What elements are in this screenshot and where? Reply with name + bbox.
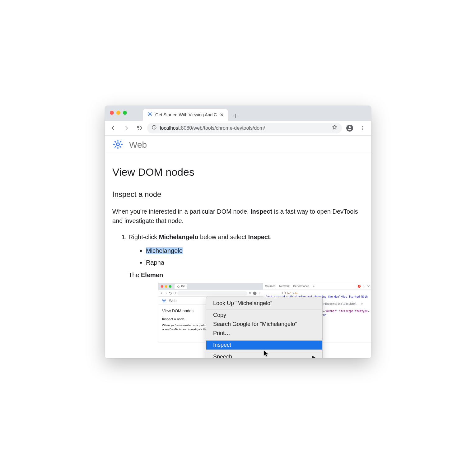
forward-button[interactable] — [121, 123, 132, 133]
tab-title: Get Started With Viewing And C — [155, 112, 217, 117]
mini-tab: Ge — [175, 284, 187, 289]
devtools-tab-network: Network — [279, 284, 289, 289]
svg-point-16 — [364, 287, 364, 287]
svg-point-3 — [349, 126, 351, 128]
mini-site-title: Web — [169, 298, 176, 304]
mini-menu-icon — [258, 291, 261, 295]
back-button[interactable] — [108, 123, 119, 133]
tab-close-button[interactable] — [219, 112, 224, 117]
profile-button[interactable] — [344, 123, 355, 133]
mini-profile-icon — [253, 291, 257, 295]
mini-info-icon — [173, 292, 176, 295]
window-controls — [110, 111, 127, 115]
svg-point-10 — [259, 292, 260, 292]
devtools-menu-icon — [362, 285, 365, 288]
selected-text: Michelangelo — [146, 247, 183, 254]
ctx-inspect[interactable]: Inspect — [206, 341, 322, 350]
mini-logo-icon — [161, 298, 166, 303]
svg-point-6 — [362, 129, 363, 130]
tab-favicon-icon — [147, 111, 153, 118]
close-window-button[interactable] — [110, 111, 114, 115]
mini-forward-icon — [165, 292, 168, 295]
step-result-line: The Elemen — [128, 270, 364, 280]
ctx-print[interactable]: Print… — [206, 329, 322, 338]
kebab-menu-button[interactable] — [357, 123, 368, 133]
ctx-lookup[interactable]: Look Up “Michelangelo” — [206, 299, 322, 308]
browser-window: Get Started With Viewing And C localhost… — [105, 106, 371, 358]
mini-back-icon — [160, 292, 163, 295]
browser-tab[interactable]: Get Started With Viewing And C — [143, 109, 228, 121]
svg-point-12 — [259, 294, 260, 294]
maximize-window-button[interactable] — [123, 111, 127, 115]
svg-point-4 — [362, 126, 363, 127]
list-item-michelangelo[interactable]: Michelangelo — [146, 246, 364, 255]
error-badge: 6 — [358, 285, 361, 288]
ctx-copy[interactable]: Copy — [206, 311, 322, 320]
list-item-raphael[interactable]: Rapha — [146, 258, 364, 267]
ctx-separator — [206, 339, 322, 339]
svg-point-0 — [149, 114, 151, 115]
devtools-tab-performance: Performance — [293, 284, 309, 289]
mini-max-icon — [169, 285, 171, 288]
devtools-close-icon — [367, 285, 370, 288]
ctx-separator — [206, 309, 322, 309]
page-heading-h2: Inspect a node — [112, 189, 364, 200]
tab-bar: Get Started With Viewing And C — [105, 106, 371, 121]
devtools-tab-sources: Sources — [265, 284, 275, 289]
svg-point-7 — [117, 143, 119, 146]
site-logo-icon — [112, 139, 124, 151]
page-heading-h1: View DOM nodes — [112, 164, 364, 180]
bookmark-star-icon[interactable] — [332, 124, 338, 132]
browser-toolbar: localhost:8080/web/tools/chrome-devtools… — [105, 121, 371, 136]
svg-point-5 — [362, 128, 363, 128]
svg-point-15 — [364, 286, 364, 287]
new-tab-button[interactable] — [231, 111, 240, 121]
minimize-window-button[interactable] — [116, 111, 120, 115]
ctx-search-google[interactable]: Search Google for “Michelangelo” — [206, 320, 322, 329]
site-header: Web — [105, 136, 371, 154]
submenu-arrow-icon: ▶ — [312, 355, 315, 359]
names-list: Michelangelo Rapha — [128, 246, 364, 267]
svg-point-13 — [163, 300, 165, 301]
reload-button[interactable] — [134, 123, 145, 133]
mini-min-icon — [165, 285, 167, 288]
intro-paragraph: When you're interested in a particular D… — [112, 207, 364, 225]
mini-close-icon — [161, 285, 163, 288]
site-title: Web — [129, 140, 147, 150]
url-text: localhost:8080/web/tools/chrome-devtools… — [160, 125, 265, 131]
site-info-icon[interactable] — [152, 125, 157, 131]
svg-point-8 — [174, 292, 176, 294]
devtools-tabs: Sources Network Performance » 6 — [263, 283, 371, 290]
mouse-cursor-icon — [264, 350, 269, 358]
svg-point-9 — [253, 291, 257, 295]
devtools-tab-more: » — [313, 284, 315, 289]
mini-reload-icon — [169, 292, 172, 295]
mini-omnibox — [177, 291, 247, 295]
context-menu: Look Up “Michelangelo” Copy Search Googl… — [206, 297, 323, 358]
mini-star-icon — [249, 291, 252, 295]
svg-point-14 — [364, 285, 364, 286]
address-bar[interactable]: localhost:8080/web/tools/chrome-devtools… — [147, 123, 342, 133]
svg-point-11 — [259, 293, 260, 293]
